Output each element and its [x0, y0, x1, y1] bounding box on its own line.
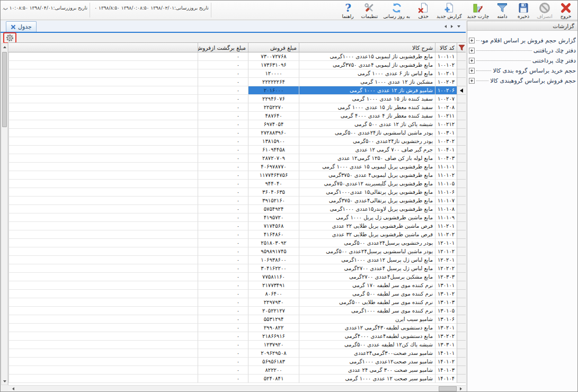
- cell-return-amount[interactable]: ۰: [198, 129, 248, 137]
- row-header-cell[interactable]: [457, 180, 466, 188]
- cell-sale-amount[interactable]: ۴۱۹۵۷۲۰: [248, 213, 299, 222]
- row-header-cell[interactable]: [457, 213, 466, 222]
- cell-product-code[interactable]: ۱۴۰۱۰۱: [435, 349, 457, 358]
- cell-return-amount[interactable]: ۰: [198, 375, 248, 383]
- row-header-cell[interactable]: [457, 78, 466, 86]
- row-header-cell[interactable]: [457, 298, 466, 307]
- cell-sale-amount[interactable]: ۶۱۰۹۴۴۵۸: [248, 146, 299, 154]
- row-header-cell[interactable]: [457, 69, 466, 78]
- cell-return-amount[interactable]: ۰: [198, 86, 248, 95]
- cell-sale-amount[interactable]: ۹۴۴۰۴۰: [248, 180, 299, 188]
- cell-sale-amount[interactable]: ۲۲۲۲۲۲۶۴: [248, 78, 299, 86]
- table-row[interactable]: ۱۰۰۱۰۱ مایع ظرفشویی تاژ لیمویی ۱۵عددی ۱۰…: [8, 52, 466, 61]
- row-header-cell[interactable]: [457, 307, 466, 315]
- row-header-cell[interactable]: [457, 163, 466, 171]
- cell-product-code[interactable]: ۱۲۰۱۰۲: [435, 247, 457, 256]
- cell-return-amount[interactable]: ۰: [198, 366, 248, 375]
- table-row[interactable]: ۱۱۰۱۰۹ مایع ماشین ظرفشویی ژل پریل ۱۰۰۰ گ…: [8, 213, 466, 222]
- cell-product-code[interactable]: ۱۳۰۱۰۲: [435, 290, 457, 298]
- refresh-button[interactable]: به روز رسانی: [380, 1, 413, 19]
- table-row[interactable]: ۱۰۰۲۰۷ سفید کننده تاژ ۱۵ عددی ۱۰۰۰ گرمی …: [8, 95, 466, 103]
- expand-plus-icon[interactable]: [469, 58, 475, 64]
- expand-plus-icon[interactable]: [469, 48, 475, 54]
- sidebar-item[interactable]: دفتر چك پرداختنی: [469, 56, 576, 66]
- table-row[interactable]: ۱۴۰۱۰۱ شامپو سدر صحت۳۰۰گرمی۲۴عددی ۲۰۹۶۲۹…: [8, 349, 466, 358]
- cell-product-code[interactable]: ۱۱۰۲۰۱: [435, 222, 457, 230]
- column-header-product-description[interactable]: شرح کالا: [299, 43, 435, 52]
- row-header-cell[interactable]: [457, 112, 466, 120]
- cell-return-amount[interactable]: ۰: [198, 298, 248, 307]
- cell-sale-amount[interactable]: ۸۲۲۲۰۰: [248, 366, 299, 375]
- cell-product-description[interactable]: مایع لوله باز کن صاف ۱۲۵۰ گرمی۱۲ عددی: [299, 154, 435, 163]
- cell-return-amount[interactable]: ۰: [198, 103, 248, 112]
- cell-product-code[interactable]: ۱۱۰۱۰۱: [435, 163, 457, 171]
- cell-product-description[interactable]: مایع ظرفشویی پریل لیمویی۴ عددی ۳۷۵۰گرمی: [299, 171, 435, 180]
- cell-return-amount[interactable]: ۰: [198, 69, 248, 78]
- table-row[interactable]: ۱۳۰۱۰۱ نرم کننده موی سر لطیفه ۱۷۰ گرمی ۲…: [8, 281, 466, 290]
- cell-return-amount[interactable]: ۰: [198, 230, 248, 239]
- cell-product-code[interactable]: ۱۰۰۲۰۳: [435, 78, 457, 86]
- cell-product-code[interactable]: ۱۳۰۲۰۲: [435, 332, 457, 341]
- cell-return-amount[interactable]: ۰: [198, 341, 248, 349]
- row-header-cell[interactable]: [457, 120, 466, 129]
- row-header-cell[interactable]: [457, 332, 466, 341]
- table-row[interactable]: ۱۲۰۳۰۳ مایع مشکین پرسیل۴عددی ۲۷۰۰گرمی ۷۷…: [8, 273, 466, 281]
- cell-product-description[interactable]: شامپو سیر صحت ۱۲ عددی ۱۰۰۰ گرمی: [299, 375, 435, 383]
- cell-product-description[interactable]: شامپو سیب ایرن: [299, 315, 435, 324]
- table-row[interactable]: ۱۳۰۱۰۶ شامپو سیب ایرن ۵۵۳۱۲۹۴ ۰: [8, 315, 466, 324]
- cell-product-description[interactable]: قرص ماشین ظرفشویی پریل طلایی ۲۲ عددی: [299, 222, 435, 230]
- row-header-cell[interactable]: [457, 239, 466, 247]
- expand-plus-icon[interactable]: [469, 38, 475, 43]
- cell-product-code[interactable]: ۱۰۰۲۱۲: [435, 120, 457, 129]
- table-row[interactable]: ۱۰۰۲۰۸ سفید کننده معطر تاژ ۱۵ عددی ۱۰۰۰ …: [8, 103, 466, 112]
- cell-product-description[interactable]: شامپو سدر صحت۱۲عددی ۱۰۰۰گرمی: [299, 358, 435, 366]
- scroll-left-icon[interactable]: [10, 386, 16, 392]
- table-row[interactable]: ۱۰۰۲۱۱ سفید کننده معطر تاژ ۴ عددی ۴۰۰۰ گ…: [8, 112, 466, 120]
- column-header-sale-amount[interactable]: مبلغ فروش: [248, 43, 299, 52]
- cell-sale-amount[interactable]: ۹۵۹۸۹۱۷۴۵: [248, 247, 299, 256]
- cell-return-amount[interactable]: ۰: [198, 264, 248, 273]
- row-header-cell[interactable]: [457, 171, 466, 180]
- cell-return-amount[interactable]: ۰: [198, 171, 248, 180]
- cell-sale-amount[interactable]: ۱۲۰۰۰۰: [248, 69, 299, 78]
- cell-sale-amount[interactable]: ۳۰۴۱۶۲۲۰۰: [248, 264, 299, 273]
- scroll-up-icon[interactable]: [2, 43, 7, 50]
- cell-product-description[interactable]: مایع ظرفشویی تاژ لیمویی ۱۵عددی ۱۰۰۰گرمی: [299, 52, 435, 61]
- cell-sale-amount[interactable]: ۱۰۶۹۳۸۶۰۰: [248, 256, 299, 264]
- close-tab-icon[interactable]: [11, 24, 15, 29]
- tab-list-dropdown-icon[interactable]: [457, 25, 460, 28]
- cell-product-code[interactable]: ۱۱۰۱۰۲: [435, 171, 457, 180]
- cell-product-code[interactable]: ۱۳۰۳۰۱: [435, 341, 457, 349]
- cell-product-code[interactable]: ۱۰۰۲۰۶: [435, 86, 457, 95]
- cell-product-description[interactable]: مایع ظرفشویی پریل لیمویی ۱۵ عددی ۱۰۰۰ گر…: [299, 163, 435, 171]
- table-row[interactable]: ۱۳۰۱۰۵ نرم کننده موی سر لطیفه ۱۰۰۰گرمی ۲…: [8, 307, 466, 315]
- cell-product-description[interactable]: سفید کننده معطر تاژ ۱۵ عددی ۱۰۰۰ گرمی: [299, 103, 435, 112]
- cell-sale-amount[interactable]: ۴۱۶۴۸۶۰: [248, 230, 299, 239]
- table-row[interactable]: ۱۳۰۲۰۱ مایع دستشویی لطیفه۴۳۰گرمی ۱۲عددی …: [8, 324, 466, 332]
- table-row[interactable]: ۱۰۰۲۰۳ مشکین تاژ ۱۲ عددی ۱۰۰۰ گرمی ۲۲۲۲۲…: [8, 78, 466, 86]
- table-row[interactable]: ۱۱۰۱۰۶ مایع ظرفشویی پریل پرتقالی۱۵ عددی۱…: [8, 188, 466, 197]
- cell-product-description[interactable]: مایع لباس ژل پرسیل ۱۲عددی ۱۰۰۰گرمی: [299, 256, 435, 264]
- range-button[interactable]: دامنه: [492, 1, 513, 19]
- table-row[interactable]: ۱۳۰۱۰۲ نرم کننده موی سر لطیفه ۵۰۰ گرمی ۸…: [8, 290, 466, 298]
- cell-sale-amount[interactable]: ۲۱۸۶۶۹۱۶: [248, 332, 299, 341]
- table-row[interactable]: ۱۲۰۱۰۲ پودر ماشین لباسشویی پرسیل۲۴عددی ۵…: [8, 247, 466, 256]
- table-row[interactable]: ۱۰۰۴۰۳ مایع لوله باز کن صاف ۱۲۵۰ گرمی۱۲ …: [8, 154, 466, 163]
- row-header-cell[interactable]: [457, 222, 466, 230]
- cell-product-description[interactable]: پودر رختشویی تاژ۲۴عددی ۵۰۰گرمی: [299, 137, 435, 146]
- cell-product-code[interactable]: ۱۲۰۲۰۱: [435, 256, 457, 264]
- cell-return-amount[interactable]: ۰: [198, 290, 248, 298]
- row-header-cell[interactable]: [457, 52, 466, 61]
- cell-product-description[interactable]: شامپو فرش تاژ ۱۲ عددی ۱۰۰۰ گرمی: [299, 86, 435, 95]
- cell-product-description[interactable]: پودر رختشویی پرسیل۲۴عددی ۵۰۰گرمی: [299, 239, 435, 247]
- cell-product-code[interactable]: ۱۱۰۱۰۸: [435, 205, 457, 213]
- sidebar-item[interactable]: دفتر چك دریافتنی: [469, 46, 576, 56]
- cell-return-amount[interactable]: ۰: [198, 197, 248, 205]
- cell-product-description[interactable]: سفید کننده تاژ ۱۵ عددی ۱۰۰۰ گرمی: [299, 95, 435, 103]
- row-header-cell[interactable]: [457, 315, 466, 324]
- sidebar-item[interactable]: حجم فروش براساس گروهبندی کالا: [469, 76, 576, 86]
- cell-product-code[interactable]: ۱۴۰۱۰۴: [435, 375, 457, 383]
- table-row[interactable]: ۱۱۰۱۰۷ مایع ظرفشویی پریل پرتقالی۴عددی ۳۷…: [8, 197, 466, 205]
- cell-product-description[interactable]: نرم کننده موی سر لطیفه ۵۰۰ گرمی: [299, 290, 435, 298]
- cell-product-code[interactable]: ۱۰۰۱۰۲: [435, 61, 457, 69]
